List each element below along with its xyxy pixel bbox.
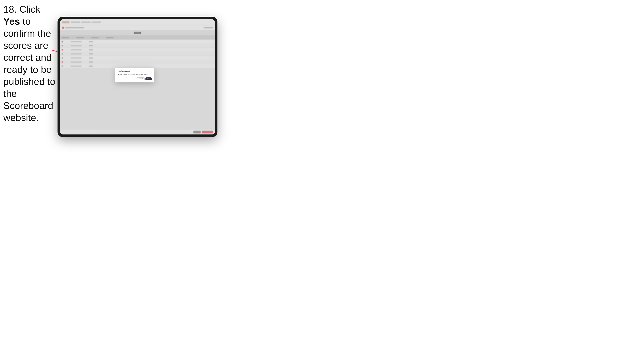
tablet-screen: Publish — [60, 19, 215, 135]
modal-body: Are you ready to publish these scores to… — [118, 74, 152, 75]
modal-overlay: Publish scores × Are you ready to publis… — [60, 19, 215, 135]
close-icon[interactable]: × — [150, 70, 152, 72]
publish-scores-modal: Publish scores × Are you ready to publis… — [115, 68, 154, 83]
tablet: Publish — [58, 17, 218, 137]
instruction-text: 18. Click Yes to confirm the scores are … — [3, 3, 57, 124]
modal-header: Publish scores × — [118, 70, 152, 72]
modal-title: Publish scores — [118, 70, 130, 72]
yes-button[interactable]: Yes — [146, 77, 152, 80]
cancel-button[interactable]: Cancel — [137, 77, 144, 80]
modal-footer: Cancel Yes — [118, 77, 152, 80]
